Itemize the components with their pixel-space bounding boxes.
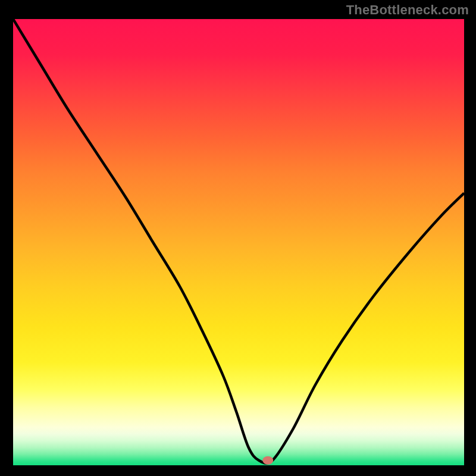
chart-stage: TheBottleneck.com	[0, 0, 476, 476]
marker-dot	[262, 456, 273, 465]
watermark-text: TheBottleneck.com	[346, 2, 469, 18]
plot-area	[13, 19, 464, 465]
optimal-marker	[13, 19, 464, 465]
